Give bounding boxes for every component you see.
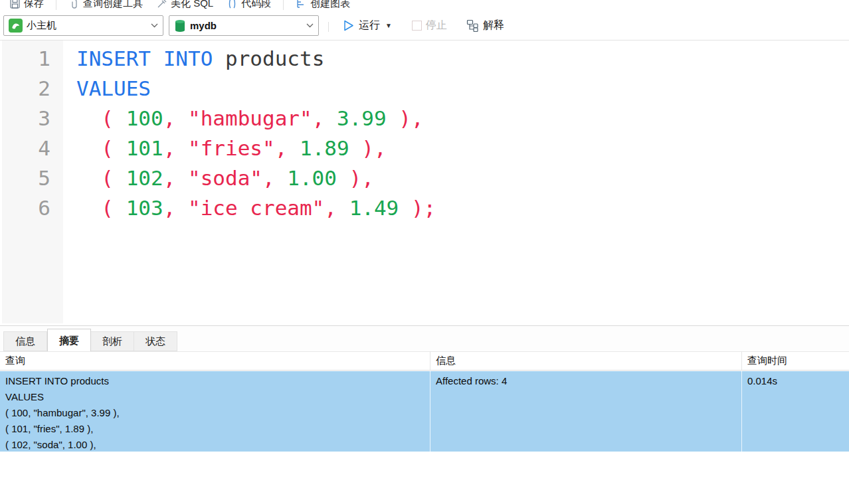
toolbar-button-label: 代码段	[241, 0, 271, 10]
toolbar-button-label: 创建图表	[310, 0, 350, 10]
chevron-down-icon	[306, 23, 314, 28]
sql-code-area[interactable]: 1INSERT INTO products2VALUES3 ( 100, "ha…	[0, 44, 849, 223]
code-line[interactable]: 2VALUES	[0, 74, 849, 104]
sql-token: ,	[275, 136, 300, 160]
affected-rows-text: Affected rows: 4	[436, 373, 736, 389]
explain-label: 解释	[483, 19, 504, 33]
sql-token: ,	[312, 106, 337, 130]
toolbar-top-items: 保存查询创建工具美化 SQL代码段创建图表	[4, 0, 355, 11]
run-button[interactable]: 运行 ▼	[338, 16, 396, 35]
sql-token	[76, 196, 101, 220]
sql-token: ,	[163, 106, 188, 130]
run-dropdown-caret-icon[interactable]: ▼	[385, 22, 392, 29]
sql-token: "hambugar"	[188, 106, 312, 130]
toolbar-separator	[328, 22, 329, 32]
query-time-text: 0.014s	[747, 373, 844, 389]
summary-grid: 查询 信息 查询时间 INSERT INTO productsVALUES( 1…	[0, 351, 849, 452]
sql-token: ,	[324, 196, 349, 220]
sql-token: "ice cream"	[188, 196, 324, 220]
sql-token: ),	[387, 106, 424, 130]
tab-摘要[interactable]: 摘要	[47, 329, 91, 351]
line-number: 2	[0, 74, 76, 104]
sql-token: 103	[126, 196, 163, 220]
code-line[interactable]: 5 ( 102, "soda", 1.00 ),	[0, 163, 849, 193]
result-query-line: ( 100, "hambugar", 3.99 ),	[5, 405, 424, 421]
toolbar-button-code-snippet[interactable]: 代码段	[221, 0, 276, 11]
line-number: 4	[0, 133, 76, 163]
create-chart-icon	[296, 0, 307, 9]
save-icon	[9, 0, 21, 9]
sql-token: ),	[337, 166, 374, 190]
connection-select[interactable]: 小主机	[3, 15, 163, 36]
sql-token: (	[101, 166, 126, 190]
stop-label: 停止	[426, 19, 447, 33]
sql-token: VALUES	[76, 76, 151, 100]
chevron-down-icon	[151, 23, 158, 28]
connection-name: 小主机	[27, 19, 56, 32]
sql-token: INSERT INTO	[76, 46, 213, 70]
run-play-icon	[342, 19, 355, 32]
tab-状态[interactable]: 状态	[134, 331, 177, 351]
result-query-line: INSERT INTO products	[5, 373, 424, 389]
toolbar-main-row: 小主机 mydb 运行 ▼	[0, 11, 849, 40]
line-number: 3	[0, 104, 76, 133]
toolbar-button-save[interactable]: 保存	[4, 0, 49, 11]
sql-token: ,	[163, 196, 188, 220]
beautify-sql-icon	[156, 0, 167, 9]
sql-token	[76, 166, 101, 190]
results-panel: 信息摘要剖析状态 查询 信息 查询时间 INSERT INTO products…	[0, 325, 849, 452]
line-number: 5	[0, 163, 76, 193]
toolbar-top-row: 保存查询创建工具美化 SQL代码段创建图表	[0, 0, 849, 11]
results-tab-bar: 信息摘要剖析状态	[0, 326, 849, 351]
result-query-line: VALUES	[5, 389, 424, 405]
sql-token	[76, 106, 101, 130]
toolbar-button-query-builder[interactable]: 查询创建工具	[63, 0, 148, 11]
sql-token: products	[225, 46, 324, 70]
stop-button: 停止	[408, 16, 451, 35]
database-select[interactable]: mydb	[169, 15, 319, 36]
code-line[interactable]: 1INSERT INTO products	[0, 44, 849, 74]
sql-token	[213, 46, 225, 70]
toolbar-separator	[283, 0, 284, 10]
sql-token: 100	[126, 106, 163, 130]
result-time-cell[interactable]: 0.014s	[742, 371, 849, 452]
tab-剖析[interactable]: 剖析	[91, 331, 134, 351]
stop-square-icon	[412, 21, 422, 31]
toolbar-button-label: 查询创建工具	[83, 0, 143, 10]
run-label: 运行	[359, 19, 380, 33]
mysql-connection-icon	[9, 19, 23, 33]
result-row-selected[interactable]: INSERT INTO productsVALUES( 100, "hambug…	[0, 371, 849, 452]
result-query-cell[interactable]: INSERT INTO productsVALUES( 100, "hambug…	[0, 371, 430, 452]
grid-header-row: 查询 信息 查询时间	[0, 351, 849, 371]
result-query-line: ( 102, "soda", 1.00 ),	[5, 437, 424, 452]
result-info-cell[interactable]: Affected rows: 4	[430, 371, 742, 452]
explain-button[interactable]: 解释	[462, 16, 508, 35]
toolbar-button-label: 美化 SQL	[171, 0, 213, 10]
database-icon	[174, 19, 186, 33]
sql-token: ,	[163, 136, 188, 160]
code-line[interactable]: 3 ( 100, "hambugar", 3.99 ),	[0, 104, 849, 133]
code-line[interactable]: 6 ( 103, "ice cream", 1.49 );	[0, 193, 849, 223]
sql-token: ,	[163, 166, 188, 190]
sql-token: (	[101, 196, 126, 220]
toolbar: 保存查询创建工具美化 SQL代码段创建图表 小主机 mydb	[0, 0, 849, 41]
toolbar-button-create-chart[interactable]: 创建图表	[290, 0, 355, 11]
sql-token: (	[101, 106, 126, 130]
toolbar-button-beautify-sql[interactable]: 美化 SQL	[151, 0, 219, 11]
column-header-info[interactable]: 信息	[430, 352, 742, 370]
sql-editor[interactable]: 1INSERT INTO products2VALUES3 ( 100, "ha…	[0, 41, 849, 325]
code-snippet-icon	[227, 0, 238, 9]
sql-token: 1.00	[287, 166, 337, 190]
sql-token: 1.89	[300, 136, 349, 160]
sql-token: ),	[349, 136, 387, 160]
toolbar-separator	[56, 0, 56, 10]
sql-token: "soda"	[188, 166, 262, 190]
tab-信息[interactable]: 信息	[3, 331, 47, 351]
column-header-query[interactable]: 查询	[0, 352, 430, 370]
query-builder-icon	[68, 0, 80, 9]
code-line[interactable]: 4 ( 101, "fries", 1.89 ),	[0, 133, 849, 163]
sql-token: 101	[126, 136, 163, 160]
sql-token: 3.99	[337, 106, 387, 130]
sql-token: ,	[262, 166, 287, 190]
column-header-query-time[interactable]: 查询时间	[742, 352, 849, 370]
